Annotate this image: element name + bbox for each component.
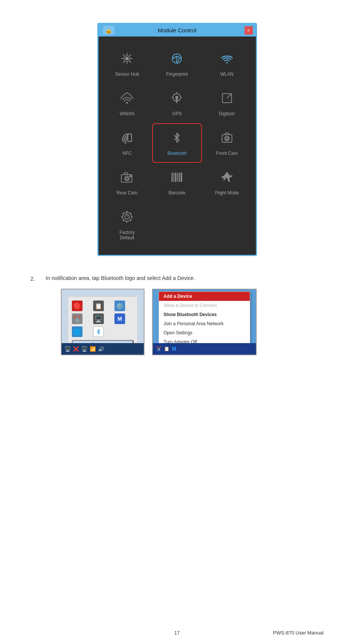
close-button[interactable]: × bbox=[244, 26, 253, 35]
svg-point-11 bbox=[126, 102, 128, 104]
svg-point-26 bbox=[130, 175, 132, 177]
module-item-fingerprint[interactable]: Fingerprint bbox=[152, 44, 202, 84]
svg-point-20 bbox=[225, 136, 229, 141]
taskbar-icon-3: 🖥️ bbox=[81, 346, 87, 352]
svg-point-23 bbox=[125, 176, 129, 181]
module-item-wlan[interactable]: WLAN bbox=[202, 44, 252, 84]
svg-point-24 bbox=[126, 177, 128, 180]
step2-text: In notification area, tap Bluetooth logo… bbox=[46, 275, 257, 281]
window-body: Sensor Hub Fingerprint bbox=[98, 37, 256, 255]
gps-label: GPS bbox=[172, 111, 182, 116]
factory-default-icon bbox=[119, 209, 135, 227]
svg-line-8 bbox=[123, 61, 125, 63]
context-item-show-bluetooth[interactable]: Show Bluetooth Devices bbox=[159, 310, 250, 319]
rear-cam-icon bbox=[119, 170, 135, 187]
context-menu-screenshot: Add a Device Allow a Device to Connect S… bbox=[152, 289, 257, 355]
digitizer-label: Digitizer bbox=[219, 111, 235, 116]
notif-icon-4: ✂️ bbox=[72, 313, 83, 324]
svg-point-21 bbox=[226, 137, 228, 140]
notif-icon-bluetooth bbox=[93, 326, 104, 337]
context-taskbar-icon1: ✂️ bbox=[156, 346, 162, 351]
taskbar-icon-2: ❌ bbox=[73, 346, 79, 352]
step2-section: 2. In notification area, tap Bluetooth l… bbox=[30, 275, 324, 355]
taskbar-icon-5: 🔊 bbox=[98, 346, 104, 352]
module-item-barcode[interactable]: Barcode bbox=[152, 163, 202, 202]
context-item-allow-device[interactable]: Allow a Device to Connect bbox=[159, 301, 250, 310]
module-item-bluetooth[interactable]: Bluetooth bbox=[152, 123, 202, 163]
manual-name: PWS-870 User Manual bbox=[273, 630, 324, 636]
context-item-add-device[interactable]: Add a Device bbox=[159, 292, 250, 301]
svg-line-15 bbox=[228, 94, 231, 97]
bluetooth-label: Bluetooth bbox=[167, 151, 187, 156]
wlan-icon bbox=[219, 51, 235, 68]
svg-line-5 bbox=[123, 54, 125, 56]
svg-point-0 bbox=[125, 57, 129, 60]
module-item-digitizer[interactable]: Digitizer bbox=[202, 84, 252, 123]
title-lock-icon: 🔒 bbox=[103, 26, 114, 35]
context-taskbar-m: M bbox=[172, 346, 176, 352]
svg-rect-27 bbox=[171, 173, 173, 182]
wwan-label: WWAN bbox=[120, 111, 135, 116]
context-taskbar-icon2: 📋 bbox=[164, 346, 170, 351]
module-item-wwan[interactable]: WWAN bbox=[102, 84, 152, 123]
module-item-flight-mode[interactable]: Flight Mode bbox=[202, 163, 252, 202]
notification-screenshot: 🔴 📋 ⚙️ ✂️ 🖥️ M 🌐 bbox=[61, 289, 144, 355]
module-item-factory-default[interactable]: FactoryDefault bbox=[102, 202, 152, 247]
factory-default-label: FactoryDefault bbox=[119, 230, 135, 240]
module-item-rear-cam[interactable]: Rear Cam bbox=[102, 163, 152, 202]
sensor-hub-icon bbox=[119, 51, 135, 68]
module-item-sensor-hub[interactable]: Sensor Hub bbox=[102, 44, 152, 84]
taskbar-icon-1: 🖥️ bbox=[65, 346, 71, 352]
step2-images: 🔴 📋 ⚙️ ✂️ 🖥️ M 🌐 bbox=[61, 289, 257, 355]
svg-rect-18 bbox=[128, 134, 132, 142]
notif-icon-3: ⚙️ bbox=[114, 301, 125, 311]
flight-mode-label: Flight Mode bbox=[215, 190, 239, 196]
module-item-nfc[interactable]: NFC bbox=[102, 123, 152, 163]
context-item-join-network[interactable]: Join a Personal Area Network bbox=[159, 319, 250, 328]
fingerprint-icon bbox=[169, 51, 184, 68]
taskbar-icon-4: 📶 bbox=[90, 346, 96, 352]
svg-rect-25 bbox=[124, 173, 127, 175]
fingerprint-label: Fingerprint bbox=[166, 72, 188, 77]
taskbar: 🖥️ ❌ 🖥️ 📶 🔊 bbox=[62, 343, 144, 355]
notif-icon-5: 🖥️ bbox=[93, 313, 104, 324]
bluetooth-icon bbox=[169, 130, 184, 148]
notif-icon-1: 🔴 bbox=[72, 301, 83, 311]
notif-icon-6: M bbox=[114, 313, 125, 324]
svg-line-17 bbox=[227, 97, 228, 98]
svg-point-10 bbox=[226, 62, 228, 64]
front-cam-label: Front Cam bbox=[216, 151, 238, 156]
flight-mode-icon bbox=[219, 170, 235, 187]
svg-line-6 bbox=[129, 61, 131, 63]
barcode-icon bbox=[169, 170, 184, 187]
context-item-open-settings[interactable]: Open Settings bbox=[159, 328, 250, 337]
notif-icons-grid: 🔴 📋 ⚙️ ✂️ 🖥️ M 🌐 bbox=[72, 301, 133, 337]
nfc-icon bbox=[119, 130, 135, 148]
svg-rect-31 bbox=[179, 173, 180, 182]
page-number: 17 bbox=[174, 630, 179, 636]
wwan-icon bbox=[119, 91, 135, 108]
notif-icon-7: 🌐 bbox=[72, 326, 83, 337]
gps-icon bbox=[169, 91, 184, 108]
notif-icon-2: 📋 bbox=[93, 301, 104, 311]
svg-line-7 bbox=[129, 54, 131, 56]
svg-rect-29 bbox=[175, 173, 176, 182]
barcode-label: Barcode bbox=[168, 190, 186, 196]
svg-rect-28 bbox=[173, 173, 174, 182]
svg-rect-30 bbox=[177, 173, 178, 182]
digitizer-icon bbox=[219, 91, 235, 108]
step2-number: 2. bbox=[30, 275, 46, 355]
wlan-label: WLAN bbox=[220, 72, 233, 77]
module-grid: Sensor Hub Fingerprint bbox=[102, 44, 252, 247]
window-title: Module Control bbox=[158, 27, 197, 33]
window-titlebar: 🔒 Module Control × bbox=[98, 24, 256, 37]
module-control-window: 🔒 Module Control × bbox=[97, 23, 257, 256]
front-cam-icon bbox=[219, 130, 235, 148]
nfc-label: NFC bbox=[122, 151, 132, 156]
sensor-hub-label: Sensor Hub bbox=[115, 72, 139, 77]
module-item-gps[interactable]: GPS bbox=[152, 84, 202, 123]
rear-cam-label: Rear Cam bbox=[117, 190, 138, 196]
module-item-front-cam[interactable]: Front Cam bbox=[202, 123, 252, 163]
svg-rect-32 bbox=[181, 173, 182, 182]
